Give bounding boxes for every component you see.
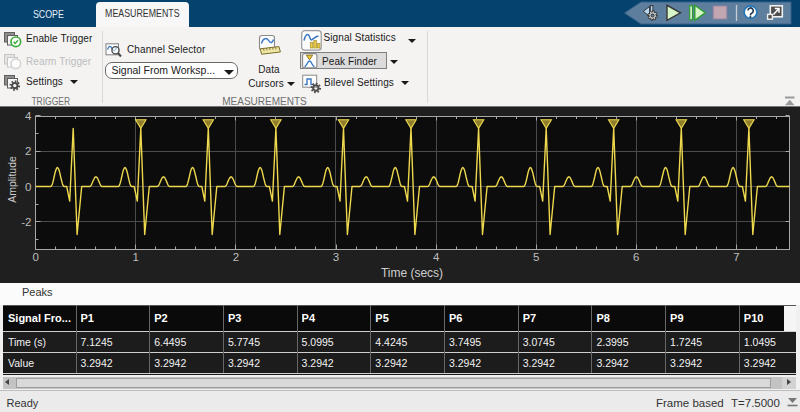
svg-text:6: 6 — [633, 251, 639, 263]
svg-text:4: 4 — [433, 251, 440, 263]
svg-text:7: 7 — [733, 251, 739, 263]
svg-text:3: 3 — [333, 251, 339, 263]
svg-text:2: 2 — [233, 251, 239, 263]
svg-text:-2: -2 — [21, 216, 31, 228]
svg-text:2: 2 — [25, 145, 31, 157]
svg-text:Amplitude: Amplitude — [6, 156, 18, 203]
svg-text:Time (secs): Time (secs) — [381, 266, 443, 280]
svg-text:4: 4 — [25, 110, 32, 122]
svg-text:0: 0 — [32, 251, 38, 263]
svg-text:5: 5 — [533, 251, 539, 263]
svg-text:1: 1 — [133, 251, 139, 263]
svg-text:0: 0 — [25, 181, 31, 193]
